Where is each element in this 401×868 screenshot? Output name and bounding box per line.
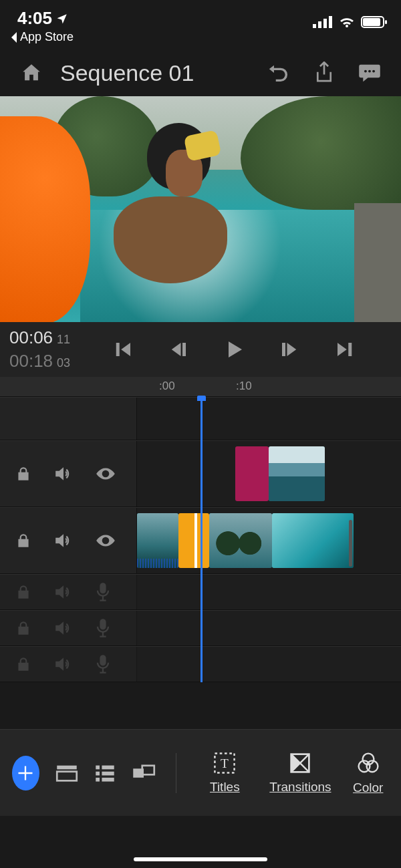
track-header (0, 647, 137, 682)
color-icon (356, 751, 380, 775)
play-icon (223, 339, 245, 360)
track-record-button[interactable] (95, 654, 111, 674)
track-lock-button[interactable] (15, 619, 32, 637)
track-header (0, 575, 137, 609)
toolbar-separator (176, 753, 176, 793)
svg-rect-3 (329, 16, 332, 28)
home-button[interactable] (15, 61, 48, 84)
svg-rect-22 (102, 765, 114, 769)
track-record-button[interactable] (95, 582, 111, 602)
titles-label: Titles (210, 780, 240, 794)
tracks-panel-icon (94, 764, 116, 782)
feedback-button[interactable] (353, 63, 386, 83)
svg-rect-13 (348, 343, 352, 356)
track-header (0, 441, 137, 507)
svg-rect-11 (182, 343, 186, 356)
svg-rect-5 (363, 18, 380, 26)
track-mute-button[interactable] (53, 656, 74, 673)
play-button[interactable] (219, 335, 249, 364)
clip-islands[interactable] (209, 513, 272, 568)
track-record-button[interactable] (95, 618, 111, 638)
track-body[interactable] (137, 647, 401, 682)
lock-icon (15, 465, 32, 482)
share-icon (314, 61, 334, 84)
project-panel-icon (55, 764, 78, 782)
titles-icon: T (213, 752, 236, 774)
clip-magenta[interactable] (235, 446, 269, 501)
transitions-label: Transitions (269, 780, 331, 794)
current-frames: 11 (57, 333, 70, 347)
tracks-panel-button[interactable] (94, 755, 116, 791)
undo-icon (267, 61, 290, 84)
project-title: Sequence 01 (60, 60, 250, 86)
undo-button[interactable] (262, 61, 295, 84)
step-forward-button[interactable] (274, 335, 303, 364)
titles-button[interactable]: T Titles (196, 752, 253, 794)
svg-rect-19 (57, 765, 76, 769)
overwrite-insert-button[interactable] (132, 755, 156, 791)
svg-rect-12 (282, 343, 285, 356)
track-mute-button[interactable] (53, 619, 74, 637)
volume-icon (53, 656, 74, 673)
svg-rect-28 (142, 765, 154, 774)
ruler-mark: :00 (159, 380, 175, 393)
svg-rect-10 (116, 343, 120, 356)
timeline-tracks[interactable] (0, 397, 401, 682)
track-lock-button[interactable] (15, 465, 32, 482)
svg-text:T: T (221, 756, 229, 770)
track-lock-button[interactable] (15, 583, 32, 601)
overwrite-icon (132, 764, 156, 782)
project-panel-button[interactable] (55, 755, 78, 791)
go-to-end-button[interactable] (329, 335, 359, 364)
transitions-icon (289, 752, 311, 774)
track-lock-button[interactable] (15, 532, 32, 549)
track-mute-button[interactable] (53, 465, 74, 482)
back-to-appstore[interactable]: App Store (0, 30, 401, 49)
playhead[interactable] (200, 397, 203, 682)
add-media-button[interactable] (12, 756, 39, 790)
transitions-button[interactable]: Transitions (269, 752, 331, 794)
caret-left-icon (9, 31, 19, 43)
clip-aerial[interactable] (272, 513, 354, 568)
svg-point-7 (364, 70, 367, 73)
clip-sea[interactable] (137, 513, 178, 568)
track-mute-button[interactable] (53, 532, 74, 549)
color-label: Color (353, 780, 383, 795)
skip-start-icon (114, 339, 134, 359)
color-button[interactable]: Color (348, 751, 389, 795)
svg-rect-18 (100, 655, 106, 666)
track-visibility-button[interactable] (95, 533, 116, 549)
wifi-icon (338, 15, 356, 29)
skip-end-icon (334, 339, 354, 359)
eye-icon (95, 533, 116, 549)
track-header (0, 611, 137, 645)
step-forward-icon (279, 339, 299, 359)
status-time: 4:05 (17, 8, 52, 29)
track-mute-button[interactable] (53, 583, 74, 601)
svg-rect-25 (96, 777, 100, 781)
video-preview[interactable] (0, 96, 401, 322)
clip-selected[interactable] (178, 513, 209, 568)
track-body[interactable] (137, 611, 401, 645)
plus-icon (16, 764, 35, 782)
clip-ocean[interactable] (269, 446, 325, 501)
track-body[interactable] (137, 441, 401, 507)
step-back-button[interactable] (164, 335, 194, 364)
lock-icon (15, 583, 32, 601)
track-body[interactable] (137, 398, 401, 440)
timeline-ruler[interactable]: :00:10 (0, 377, 401, 397)
track-visibility-button[interactable] (95, 466, 116, 482)
status-bar: 4:05 (0, 0, 401, 30)
track-body[interactable] (137, 575, 401, 609)
share-button[interactable] (307, 61, 341, 84)
svg-rect-6 (385, 20, 387, 24)
lock-icon (15, 619, 32, 637)
home-indicator[interactable] (134, 857, 267, 861)
bottom-toolbar: T Titles Transitions Color (0, 729, 401, 816)
eye-icon (95, 466, 116, 482)
go-to-start-button[interactable] (109, 335, 138, 364)
track-lock-button[interactable] (15, 656, 32, 673)
mic-icon (95, 654, 111, 674)
svg-point-8 (368, 70, 371, 73)
track-body[interactable] (137, 508, 401, 573)
